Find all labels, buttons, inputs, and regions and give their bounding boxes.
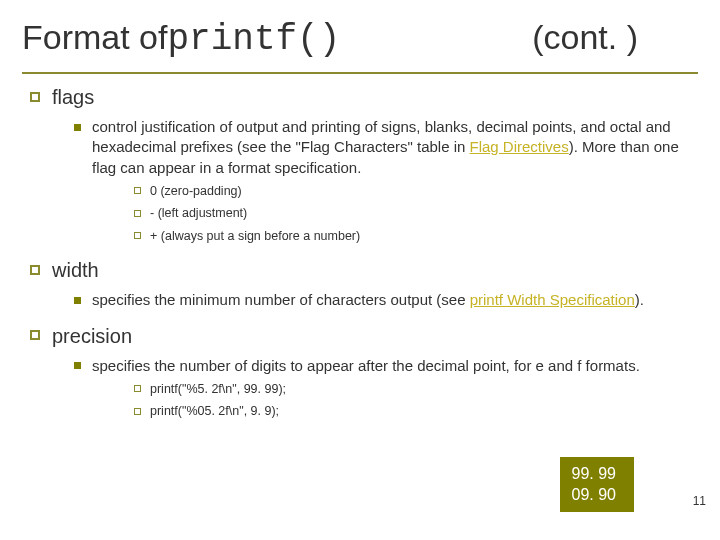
section-width: width specifies the minimum number of ch…: [30, 259, 690, 310]
filled-square-bullet-icon: [74, 124, 81, 131]
flag-item: 0 (zero-padding): [134, 183, 690, 201]
square-bullet-icon: [134, 210, 141, 217]
flag-item-text: + (always put a sign before a number): [150, 229, 360, 243]
flags-description: control justification of output and prin…: [74, 117, 690, 245]
width-label: width: [52, 259, 99, 281]
square-bullet-icon: [134, 232, 141, 239]
flag-item: + (always put a sign before a number): [134, 228, 690, 246]
section-flags: flags control justification of output an…: [30, 86, 690, 245]
precision-example: printf("%05. 2f\n", 9. 9);: [134, 403, 690, 421]
filled-square-bullet-icon: [74, 362, 81, 369]
square-bullet-icon: [134, 385, 141, 392]
title-suffix: (cont. ): [532, 18, 638, 57]
precision-example-text: printf("%05. 2f\n", 9. 9);: [150, 404, 279, 418]
page-number: 11: [693, 494, 706, 508]
square-bullet-icon: [134, 187, 141, 194]
section-precision: precision specifies the number of digits…: [30, 325, 690, 421]
flag-item-text: 0 (zero-padding): [150, 184, 242, 198]
output-example-box: 99. 99 09. 90: [560, 457, 634, 512]
precision-example-text: printf("%5. 2f\n", 99. 99);: [150, 382, 286, 396]
slide-content: flags control justification of output an…: [0, 74, 720, 421]
flag-directives-link[interactable]: Flag Directives: [470, 138, 569, 155]
width-desc-post: ).: [635, 291, 644, 308]
precision-label: precision: [52, 325, 132, 347]
width-description: specifies the minimum number of characte…: [74, 290, 690, 310]
width-spec-link[interactable]: printf Width Specification: [470, 291, 635, 308]
square-bullet-icon: [134, 408, 141, 415]
flag-item-text: - (left adjustment): [150, 206, 247, 220]
flags-label: flags: [52, 86, 94, 108]
title-prefix: Format of: [22, 18, 167, 57]
width-desc-pre: specifies the minimum number of characte…: [92, 291, 470, 308]
square-bullet-icon: [30, 265, 40, 275]
square-bullet-icon: [30, 92, 40, 102]
slide-title: Format of printf() (cont. ): [22, 18, 698, 60]
precision-example: printf("%5. 2f\n", 99. 99);: [134, 381, 690, 399]
square-bullet-icon: [30, 330, 40, 340]
filled-square-bullet-icon: [74, 297, 81, 304]
precision-description: specifies the number of digits to appear…: [74, 356, 690, 421]
flag-item: - (left adjustment): [134, 205, 690, 223]
output-line: 99. 99: [572, 463, 616, 485]
title-code: printf(): [167, 19, 340, 60]
output-line: 09. 90: [572, 484, 616, 506]
slide-title-area: Format of printf() (cont. ): [0, 0, 720, 68]
precision-desc: specifies the number of digits to appear…: [92, 357, 640, 374]
